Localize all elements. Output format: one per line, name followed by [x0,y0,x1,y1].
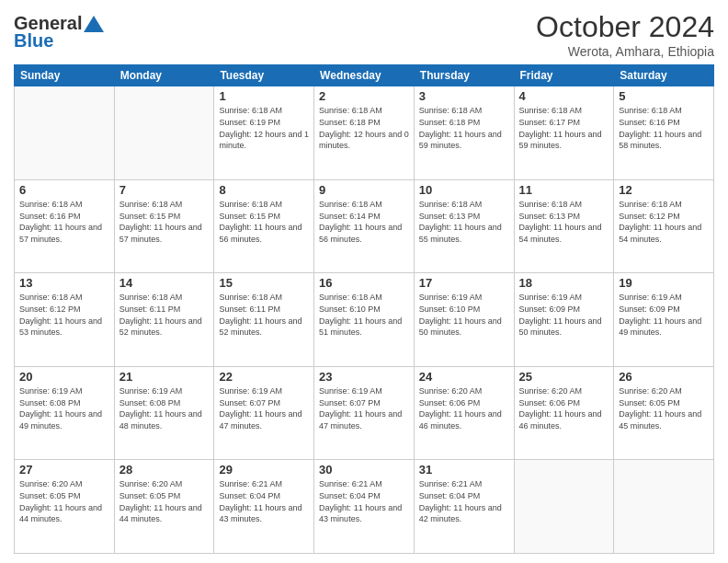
calendar-cell [614,460,714,554]
day-number: 28 [119,463,210,477]
day-number: 22 [219,370,309,384]
day-number: 29 [219,463,309,477]
weekday-header: Tuesday [214,65,314,86]
calendar-cell: 18Sunrise: 6:19 AM Sunset: 6:09 PM Dayli… [514,273,614,367]
day-number: 12 [619,183,709,197]
day-number: 21 [119,370,210,384]
day-info: Sunrise: 6:19 AM Sunset: 6:09 PM Dayligh… [519,292,609,338]
calendar-cell: 10Sunrise: 6:18 AM Sunset: 6:13 PM Dayli… [414,179,514,273]
day-info: Sunrise: 6:21 AM Sunset: 6:04 PM Dayligh… [219,478,309,524]
day-info: Sunrise: 6:19 AM Sunset: 6:08 PM Dayligh… [119,385,210,431]
day-number: 17 [419,276,509,290]
calendar-cell: 12Sunrise: 6:18 AM Sunset: 6:12 PM Dayli… [614,179,714,273]
weekday-header: Sunday [15,65,115,86]
header: General Blue October 2024 Werota, Amhara… [14,9,714,59]
day-info: Sunrise: 6:18 AM Sunset: 6:10 PM Dayligh… [319,292,409,338]
day-info: Sunrise: 6:18 AM Sunset: 6:17 PM Dayligh… [519,105,609,151]
day-number: 31 [419,463,509,477]
day-info: Sunrise: 6:18 AM Sunset: 6:12 PM Dayligh… [19,292,109,338]
day-info: Sunrise: 6:18 AM Sunset: 6:15 PM Dayligh… [219,199,309,245]
calendar-table: SundayMondayTuesdayWednesdayThursdayFrid… [14,64,714,554]
day-number: 20 [19,370,109,384]
day-number: 3 [419,89,509,103]
day-info: Sunrise: 6:19 AM Sunset: 6:09 PM Dayligh… [619,292,709,338]
calendar-cell: 19Sunrise: 6:19 AM Sunset: 6:09 PM Dayli… [614,273,714,367]
calendar-cell: 27Sunrise: 6:20 AM Sunset: 6:05 PM Dayli… [15,460,115,554]
day-number: 19 [619,276,709,290]
page: General Blue October 2024 Werota, Amhara… [0,0,728,563]
logo-blue: Blue [14,30,53,52]
calendar-cell: 17Sunrise: 6:19 AM Sunset: 6:10 PM Dayli… [414,273,514,367]
calendar-week-row: 20Sunrise: 6:19 AM Sunset: 6:08 PM Dayli… [15,366,714,460]
calendar-cell: 8Sunrise: 6:18 AM Sunset: 6:15 PM Daylig… [214,179,314,273]
day-info: Sunrise: 6:20 AM Sunset: 6:05 PM Dayligh… [19,478,109,524]
day-info: Sunrise: 6:18 AM Sunset: 6:11 PM Dayligh… [119,292,210,338]
main-title: October 2024 [536,9,714,44]
calendar-cell: 23Sunrise: 6:19 AM Sunset: 6:07 PM Dayli… [314,366,415,460]
weekday-header: Wednesday [314,65,415,86]
day-number: 6 [19,183,109,197]
logo-icon [84,16,104,32]
title-section: October 2024 Werota, Amhara, Ethiopia [536,9,714,59]
day-info: Sunrise: 6:19 AM Sunset: 6:07 PM Dayligh… [219,385,309,431]
day-number: 25 [519,370,609,384]
day-info: Sunrise: 6:18 AM Sunset: 6:19 PM Dayligh… [219,105,309,151]
logo: General Blue [14,13,104,52]
day-number: 7 [119,183,210,197]
calendar-cell: 7Sunrise: 6:18 AM Sunset: 6:15 PM Daylig… [114,179,214,273]
svg-marker-0 [84,16,104,32]
calendar-week-row: 27Sunrise: 6:20 AM Sunset: 6:05 PM Dayli… [15,460,714,554]
day-info: Sunrise: 6:20 AM Sunset: 6:06 PM Dayligh… [419,385,509,431]
calendar-week-row: 6Sunrise: 6:18 AM Sunset: 6:16 PM Daylig… [15,179,714,273]
calendar-cell: 24Sunrise: 6:20 AM Sunset: 6:06 PM Dayli… [414,366,514,460]
day-info: Sunrise: 6:20 AM Sunset: 6:05 PM Dayligh… [119,478,210,524]
weekday-header: Friday [514,65,614,86]
calendar-week-row: 1Sunrise: 6:18 AM Sunset: 6:19 PM Daylig… [15,86,714,180]
calendar-cell: 2Sunrise: 6:18 AM Sunset: 6:18 PM Daylig… [314,86,415,180]
calendar-cell: 3Sunrise: 6:18 AM Sunset: 6:18 PM Daylig… [414,86,514,180]
calendar-header-row: SundayMondayTuesdayWednesdayThursdayFrid… [15,65,714,86]
day-info: Sunrise: 6:18 AM Sunset: 6:15 PM Dayligh… [119,199,210,245]
calendar-cell [114,86,214,180]
day-number: 1 [219,89,309,103]
calendar-cell: 25Sunrise: 6:20 AM Sunset: 6:06 PM Dayli… [514,366,614,460]
calendar-cell: 6Sunrise: 6:18 AM Sunset: 6:16 PM Daylig… [15,179,115,273]
calendar-cell [514,460,614,554]
day-number: 24 [419,370,509,384]
day-number: 5 [619,89,709,103]
day-number: 2 [319,89,409,103]
weekday-header: Thursday [414,65,514,86]
calendar-cell: 5Sunrise: 6:18 AM Sunset: 6:16 PM Daylig… [614,86,714,180]
day-info: Sunrise: 6:18 AM Sunset: 6:16 PM Dayligh… [619,105,709,151]
day-info: Sunrise: 6:21 AM Sunset: 6:04 PM Dayligh… [419,478,509,524]
calendar-cell: 13Sunrise: 6:18 AM Sunset: 6:12 PM Dayli… [15,273,115,367]
calendar-cell: 16Sunrise: 6:18 AM Sunset: 6:10 PM Dayli… [314,273,415,367]
day-number: 14 [119,276,210,290]
day-number: 4 [519,89,609,103]
day-number: 15 [219,276,309,290]
day-info: Sunrise: 6:18 AM Sunset: 6:13 PM Dayligh… [519,199,609,245]
day-info: Sunrise: 6:20 AM Sunset: 6:05 PM Dayligh… [619,385,709,431]
day-number: 26 [619,370,709,384]
calendar-cell: 14Sunrise: 6:18 AM Sunset: 6:11 PM Dayli… [114,273,214,367]
day-number: 16 [319,276,409,290]
calendar-cell: 22Sunrise: 6:19 AM Sunset: 6:07 PM Dayli… [214,366,314,460]
day-info: Sunrise: 6:18 AM Sunset: 6:14 PM Dayligh… [319,199,409,245]
weekday-header: Saturday [614,65,714,86]
day-info: Sunrise: 6:18 AM Sunset: 6:13 PM Dayligh… [419,199,509,245]
day-info: Sunrise: 6:18 AM Sunset: 6:16 PM Dayligh… [19,199,109,245]
calendar-cell: 11Sunrise: 6:18 AM Sunset: 6:13 PM Dayli… [514,179,614,273]
day-number: 9 [319,183,409,197]
calendar-cell: 26Sunrise: 6:20 AM Sunset: 6:05 PM Dayli… [614,366,714,460]
day-number: 8 [219,183,309,197]
calendar-cell: 28Sunrise: 6:20 AM Sunset: 6:05 PM Dayli… [114,460,214,554]
calendar-cell: 31Sunrise: 6:21 AM Sunset: 6:04 PM Dayli… [414,460,514,554]
weekday-header: Monday [114,65,214,86]
day-number: 27 [19,463,109,477]
day-info: Sunrise: 6:19 AM Sunset: 6:10 PM Dayligh… [419,292,509,338]
calendar-week-row: 13Sunrise: 6:18 AM Sunset: 6:12 PM Dayli… [15,273,714,367]
calendar-cell: 21Sunrise: 6:19 AM Sunset: 6:08 PM Dayli… [114,366,214,460]
day-info: Sunrise: 6:21 AM Sunset: 6:04 PM Dayligh… [319,478,409,524]
subtitle: Werota, Amhara, Ethiopia [536,44,714,59]
calendar-cell: 4Sunrise: 6:18 AM Sunset: 6:17 PM Daylig… [514,86,614,180]
